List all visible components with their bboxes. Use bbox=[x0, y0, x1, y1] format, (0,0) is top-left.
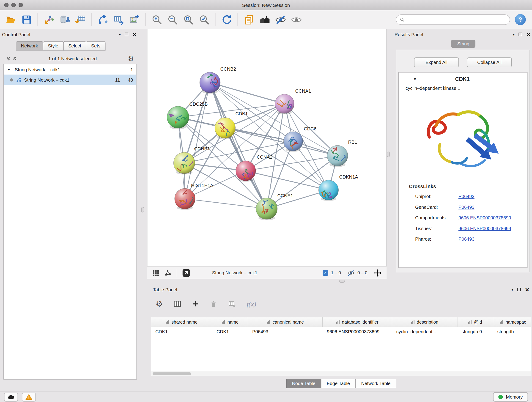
export-image-button[interactable] bbox=[127, 12, 142, 27]
table-cell[interactable]: CDK1 bbox=[212, 329, 248, 334]
panel-collapse-icon[interactable]: ▾ bbox=[512, 288, 513, 292]
network-from-table-button[interactable] bbox=[111, 12, 127, 27]
refresh-layout-button[interactable] bbox=[219, 12, 234, 27]
network-edge[interactable] bbox=[185, 83, 210, 199]
crosslink-link[interactable]: P06493 bbox=[458, 236, 475, 242]
table-settings-gear-icon[interactable]: ⚙ bbox=[156, 300, 163, 308]
warnings-button[interactable] bbox=[22, 392, 36, 401]
table-horizontal-scrollbar[interactable] bbox=[151, 371, 531, 376]
function-builder-icon[interactable]: f(x) bbox=[247, 300, 256, 308]
import-table-from-file-button[interactable] bbox=[73, 12, 89, 27]
crosslink-link[interactable]: P06493 bbox=[458, 205, 475, 210]
column-header[interactable]: canonical name bbox=[248, 317, 323, 327]
zoom-selected-button[interactable] bbox=[196, 12, 212, 27]
table-cell[interactable]: CDK1 bbox=[151, 329, 212, 334]
network-node-CCNE1[interactable] bbox=[256, 198, 278, 220]
panel-maximize-icon[interactable] bbox=[517, 288, 521, 291]
tab-node-table[interactable]: Node Table bbox=[286, 379, 321, 388]
left-splitter-handle[interactable] bbox=[141, 207, 144, 212]
tab-style[interactable]: Style bbox=[43, 41, 63, 51]
zoom-fit-button[interactable] bbox=[181, 12, 196, 27]
tab-string[interactable]: String bbox=[451, 40, 476, 48]
network-row[interactable]: String Network – cdk1 11 48 bbox=[4, 75, 137, 85]
panel-collapse-icon[interactable]: ▾ bbox=[513, 32, 515, 36]
table-cell[interactable]: stringdb:9... bbox=[457, 329, 493, 334]
right-splitter-handle[interactable] bbox=[387, 152, 390, 157]
first-neighbors-button[interactable] bbox=[257, 12, 273, 27]
tab-select[interactable]: Select bbox=[63, 41, 86, 51]
panel-close-icon[interactable]: ✕ bbox=[526, 32, 531, 37]
hide-selected-button[interactable] bbox=[273, 12, 288, 27]
save-session-button[interactable] bbox=[19, 12, 34, 27]
delete-column-icon[interactable] bbox=[209, 300, 217, 308]
zoom-in-button[interactable] bbox=[149, 12, 165, 27]
column-header[interactable]: description bbox=[392, 317, 457, 327]
network-edge[interactable] bbox=[185, 199, 267, 209]
network-edge[interactable] bbox=[246, 171, 329, 190]
collapse-all-button[interactable]: Collapse All bbox=[467, 57, 512, 68]
network-node-CDK1[interactable] bbox=[215, 118, 235, 140]
network-node-CCNA2[interactable] bbox=[236, 161, 256, 183]
crosslink-link[interactable]: P06493 bbox=[458, 194, 475, 199]
tree-expand-icon[interactable]: ▼ bbox=[7, 68, 12, 71]
tab-edge-table[interactable]: Edge Table bbox=[321, 379, 356, 388]
network-node-CDC6[interactable] bbox=[284, 132, 303, 152]
help-button[interactable]: ? bbox=[515, 14, 526, 25]
delete-table-icon[interactable] bbox=[228, 300, 236, 308]
cloud-status-button[interactable] bbox=[4, 392, 18, 401]
scrollbar-thumb[interactable] bbox=[152, 372, 191, 375]
grid-view-icon[interactable] bbox=[152, 269, 159, 277]
zoom-window-button[interactable] bbox=[19, 3, 23, 7]
memory-button[interactable]: Memory bbox=[493, 392, 528, 402]
collapse-all-icon[interactable] bbox=[6, 56, 11, 61]
search-input[interactable] bbox=[407, 17, 506, 22]
minimize-window-button[interactable] bbox=[12, 3, 16, 7]
copy-document-button[interactable] bbox=[241, 12, 257, 27]
network-collection-row[interactable]: ▼ String Network – cdk1 1 bbox=[4, 64, 137, 75]
add-column-icon[interactable] bbox=[191, 300, 199, 308]
panel-collapse-icon[interactable]: ▾ bbox=[119, 32, 121, 36]
network-node-HIST1H1A[interactable] bbox=[175, 187, 199, 210]
network-edge[interactable] bbox=[210, 83, 267, 209]
column-header[interactable]: database identifier bbox=[323, 317, 392, 327]
gear-icon[interactable]: ⚙ bbox=[128, 55, 134, 62]
pan-crosshair-icon[interactable] bbox=[374, 269, 382, 277]
zoom-out-button[interactable] bbox=[165, 12, 181, 27]
tab-network-table[interactable]: Network Table bbox=[355, 379, 396, 388]
selected-checkbox-icon[interactable]: ✓ bbox=[323, 270, 328, 275]
bottom-splitter-handle[interactable] bbox=[339, 280, 345, 283]
network-node-CDC25B[interactable] bbox=[167, 106, 189, 130]
crosslink-link[interactable]: 9606.ENSP00000378699 bbox=[458, 226, 511, 231]
table-cell[interactable]: P06493 bbox=[248, 329, 323, 334]
column-header[interactable]: @id bbox=[457, 317, 493, 327]
network-graph[interactable]: CCNB2CCNA1CDC25BCDK1CDC6RB1CCNB1CCNA2CDK… bbox=[147, 29, 387, 267]
import-network-from-database-button[interactable] bbox=[57, 12, 73, 27]
close-window-button[interactable] bbox=[4, 3, 9, 7]
crosslink-link[interactable]: 9606.ENSP00000378699 bbox=[458, 215, 511, 220]
table-cell[interactable]: 9606.ENSP00000378699 bbox=[323, 329, 392, 334]
network-node-CCNA1[interactable] bbox=[275, 94, 297, 114]
panel-close-icon[interactable]: ✕ bbox=[525, 287, 529, 292]
expand-all-button[interactable]: Expand All bbox=[414, 57, 459, 68]
network-canvas[interactable]: CCNB2CCNA1CDC25BCDK1CDC6RB1CCNB1CCNA2CDK… bbox=[147, 29, 387, 267]
show-all-button[interactable] bbox=[288, 12, 304, 27]
table-row[interactable]: CDK1CDK1P064939606.ENSP00000378699cyclin… bbox=[151, 327, 531, 337]
hidden-eye-slash-icon[interactable] bbox=[347, 269, 355, 277]
table-cell[interactable]: cyclin–dependent ... bbox=[392, 329, 457, 334]
open-in-new-icon[interactable] bbox=[182, 268, 191, 277]
new-network-button[interactable] bbox=[95, 12, 111, 27]
network-node-CCNB1[interactable] bbox=[174, 153, 195, 175]
expand-all-icon[interactable] bbox=[12, 56, 17, 61]
network-node-CDKN1A[interactable] bbox=[319, 180, 339, 201]
network-overview-icon[interactable] bbox=[164, 269, 172, 277]
column-header[interactable]: name bbox=[212, 317, 248, 327]
network-edge[interactable] bbox=[184, 141, 293, 163]
panel-maximize-icon[interactable] bbox=[519, 33, 522, 36]
open-session-button[interactable] bbox=[3, 12, 19, 27]
network-node-RB1[interactable] bbox=[327, 146, 348, 167]
panel-close-icon[interactable]: ✕ bbox=[133, 32, 137, 37]
section-collapse-icon[interactable]: ▼ bbox=[413, 77, 417, 81]
panel-maximize-icon[interactable] bbox=[125, 33, 128, 36]
column-header[interactable]: namespac bbox=[493, 317, 532, 327]
import-network-from-file-button[interactable] bbox=[41, 12, 57, 27]
